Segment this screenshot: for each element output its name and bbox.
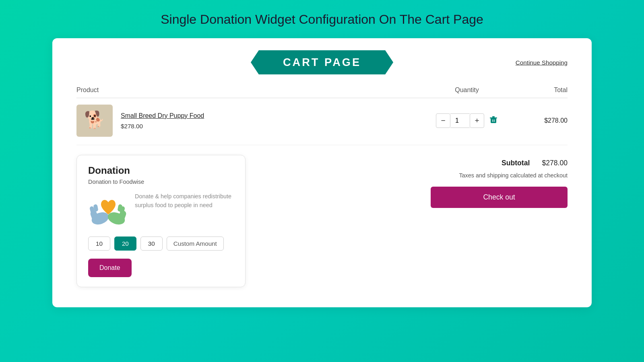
- amount-20-button[interactable]: 20: [114, 237, 136, 251]
- quantity-decrease-button[interactable]: −: [436, 113, 450, 128]
- summary-area: Subtotal $278.00 Taxes and shipping calc…: [262, 155, 568, 208]
- hands-heart-icon: [88, 192, 128, 228]
- subtotal-row: Subtotal $278.00: [502, 159, 568, 167]
- svg-rect-6: [494, 119, 495, 122]
- donation-title: Donation: [88, 165, 234, 176]
- svg-rect-3: [490, 117, 497, 119]
- delete-button[interactable]: [489, 115, 498, 126]
- donation-description: Donate & help companies redistribute sur…: [135, 192, 234, 210]
- cart-banner: CART PAGE: [251, 50, 393, 74]
- svg-rect-5: [493, 119, 493, 122]
- product-row: 🐕 Small Breed Dry Puppy Food $278.00 − +: [76, 105, 568, 145]
- svg-rect-2: [491, 118, 496, 123]
- custom-amount-button[interactable]: Custom Amount: [167, 237, 224, 251]
- subtotal-label: Subtotal: [502, 159, 530, 167]
- subtotal-value: $278.00: [542, 159, 568, 167]
- header-quantity: Quantity: [427, 86, 507, 94]
- bottom-area: Donation Donation to Foodwise: [76, 155, 568, 287]
- table-header: Product Quantity Total: [76, 86, 568, 98]
- page-title: Single Donation Widget Configuration On …: [161, 12, 483, 27]
- product-image-svg: 🐕: [76, 105, 113, 137]
- header-product: Product: [76, 86, 427, 94]
- main-card: CART PAGE Continue Shopping Product Quan…: [52, 38, 592, 307]
- header-total: Total: [507, 86, 568, 94]
- product-details: Small Breed Dry Puppy Food $278.00: [121, 112, 204, 130]
- product-price: $278.00: [121, 123, 204, 130]
- continue-shopping-link[interactable]: Continue Shopping: [516, 59, 568, 66]
- quantity-input[interactable]: [450, 113, 470, 128]
- donation-widget: Donation Donation to Foodwise: [76, 155, 246, 287]
- donate-button[interactable]: Donate: [88, 259, 132, 277]
- amount-10-button[interactable]: 10: [88, 237, 110, 251]
- amount-30-button[interactable]: 30: [140, 237, 163, 251]
- tax-note: Taxes and shipping calculated at checkou…: [459, 172, 568, 179]
- checkout-button[interactable]: Check out: [431, 187, 568, 208]
- donation-content: Donate & help companies redistribute sur…: [88, 192, 234, 228]
- donation-icon: [88, 192, 128, 228]
- product-name[interactable]: Small Breed Dry Puppy Food: [121, 112, 204, 119]
- product-image: 🐕: [76, 105, 113, 137]
- donation-subtitle: Donation to Foodwise: [88, 179, 234, 185]
- cart-banner-text: CART PAGE: [251, 50, 393, 74]
- svg-text:🐕: 🐕: [84, 110, 105, 130]
- quantity-increase-button[interactable]: +: [470, 113, 484, 128]
- quantity-controls: − +: [427, 113, 507, 128]
- trash-icon: [489, 115, 498, 124]
- product-info: 🐕 Small Breed Dry Puppy Food $278.00: [76, 105, 427, 137]
- product-total: $278.00: [507, 117, 568, 124]
- svg-rect-4: [492, 116, 495, 117]
- banner-row: CART PAGE Continue Shopping: [76, 50, 568, 74]
- donation-amounts: 10 20 30 Custom Amount: [88, 237, 234, 251]
